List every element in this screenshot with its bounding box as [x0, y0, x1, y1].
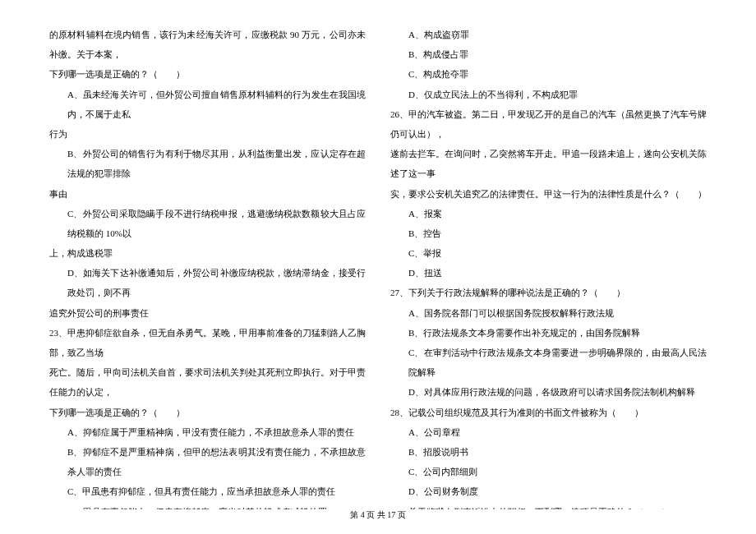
question-26: 26、甲的汽车被盗。第二日，甲发现乙开的是自己的汽车（虽然更换了汽车号牌仍可认出…	[390, 104, 707, 144]
q28-option-d: D、公司财务制度	[390, 481, 707, 501]
q26-option-c: C、举报	[390, 243, 707, 263]
page-columns: 的原材料辅料在境内销售，该行为未经海关许可，应缴税款 90 万元，公司亦未补缴。…	[49, 25, 707, 509]
question-23-cont: 下列哪一选项是正确的？（ ）	[49, 403, 366, 422]
option-c: C、外贸公司采取隐瞒手段不进行纳税申报，逃避缴纳税款数额较大且占应纳税额的 10…	[49, 204, 366, 243]
question-26-cont: 实，要求公安机关追究乙的法律责任。甲这一行为的法律性质是什么？（ ）	[390, 184, 707, 204]
left-column: 的原材料辅料在境内销售，该行为未经海关许可，应缴税款 90 万元，公司亦未补缴。…	[49, 25, 366, 509]
text-line: 下列哪一选项是正确的？（ ）	[49, 64, 366, 84]
option-b: B、外贸公司的销售行为有利于物尽其用，从利益衡量出发，应认定存在超法规的犯罪排除	[49, 144, 366, 183]
q25-option-d: D、仅成立民法上的不当得利，不构成犯罪	[390, 85, 707, 104]
q27-option-c: C、在审判活动中行政法规条文本身需要进一步明确界限的，由最高人民法院解释	[390, 343, 707, 382]
q25-option-a: A、构成盗窃罪	[390, 25, 707, 44]
option-b-cont: 事由	[49, 184, 366, 204]
text-line: 的原材料辅料在境内销售，该行为未经海关许可，应缴税款 90 万元，公司亦未补缴。…	[49, 25, 366, 64]
q23-option-b: B、抑郁症不是严重精神病，但甲的想法表明其没有责任能力，不承担故意杀人罪的责任	[49, 442, 366, 481]
option-a-cont: 行为	[49, 124, 366, 144]
question-23: 23、甲患抑郁症欲自杀，但无自杀勇气。某晚，甲用事前准备的刀猛刺路人乙胸部，致乙…	[49, 323, 366, 362]
q25-option-c: C、构成抢夺罪	[390, 64, 707, 84]
q23-option-c: C、甲虽患有抑郁症，但具有责任能力，应当承担故意杀人罪的责任	[49, 481, 366, 501]
question-28: 28、记载公司组织规范及其行为准则的书面文件被称为（ ）	[390, 403, 707, 422]
option-c-cont: 上，构成逃税罪	[49, 243, 366, 263]
q27-option-b: B、行政法规条文本身需要作出补充规定的，由国务院解释	[390, 323, 707, 343]
q28-option-b: B、招股说明书	[390, 442, 707, 462]
q27-option-a: A、国务院各部门可以根据国务院授权解释行政法规	[390, 303, 707, 323]
q28-option-c: C、公司内部细则	[390, 462, 707, 481]
question-23-cont: 死亡。随后，甲向司法机关自首，要求司法机关判处其死刑立即执行。对于甲责任能力的认…	[49, 362, 366, 402]
q23-option-a: A、抑郁症属于严重精神病，甲没有责任能力，不承担故意杀人罪的责任	[49, 422, 366, 442]
q25-option-b: B、构成侵占罪	[390, 44, 707, 64]
q26-option-a: A、报案	[390, 204, 707, 223]
q27-option-d: D、对具体应用行政法规的问题，各级政府可以请求国务院法制机构解释	[390, 382, 707, 402]
q26-option-d: D、扭送	[390, 263, 707, 283]
q28-option-a: A、公司章程	[390, 422, 707, 442]
option-d-cont: 追究外贸公司的刑事责任	[49, 303, 366, 323]
question-27: 27、下列关于行政法规解释的哪种说法是正确的？（ ）	[390, 283, 707, 302]
right-column: A、构成盗窃罪 B、构成侵占罪 C、构成抢夺罪 D、仅成立民法上的不当得利，不构…	[390, 25, 707, 509]
q26-option-b: B、控告	[390, 223, 707, 243]
option-a: A、虽未经海关许可，但外贸公司擅自销售原材料辅料的行为发生在我国境内，不属于走私	[49, 85, 366, 124]
option-d: D、如海关下达补缴通知后，外贸公司补缴应纳税款，缴纳滞纳金，接受行政处罚，则不再	[49, 263, 366, 302]
page-footer: 第 4 页 共 17 页	[0, 506, 756, 524]
question-26-cont: 遂前去拦车。在询问时，乙突然将车开走。甲追一段路未追上，遂向公安机关陈述了这一事	[390, 144, 707, 183]
